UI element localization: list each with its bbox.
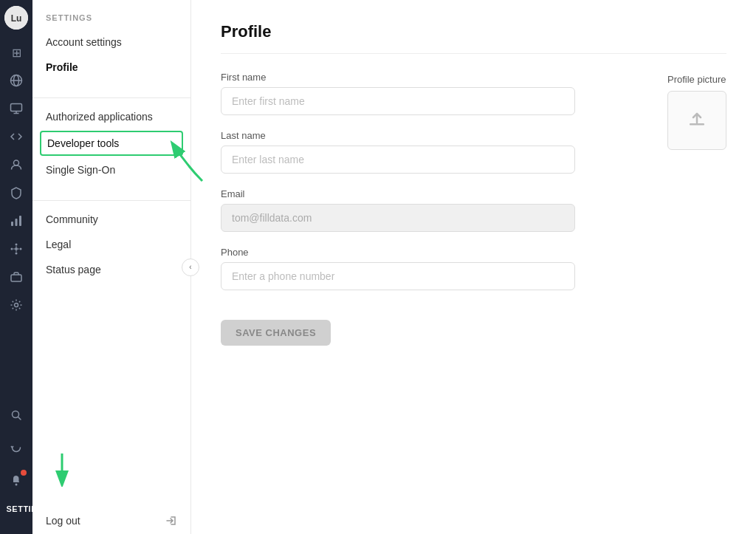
svg-point-25 — [16, 484, 18, 486]
phone-input[interactable] — [221, 262, 575, 290]
first-name-group: First name — [221, 72, 575, 115]
user-icon[interactable] — [4, 153, 28, 177]
search-icon[interactable] — [4, 403, 28, 427]
profile-picture-upload[interactable] — [667, 91, 726, 150]
sidebar-collapse-button[interactable]: ‹ — [182, 259, 199, 276]
first-name-input[interactable] — [221, 87, 575, 115]
refresh-icon[interactable] — [4, 436, 28, 459]
email-label: Email — [221, 188, 575, 199]
sidebar-item-status-page[interactable]: Status page — [32, 257, 190, 282]
developer-group: Authorized applications Developer tools … — [32, 104, 190, 194]
page-title: Profile — [221, 22, 726, 54]
sidebar-item-authorized-apps[interactable]: Authorized applications — [32, 104, 190, 129]
svg-point-8 — [14, 160, 19, 165]
svg-text:Lu: Lu — [11, 13, 22, 24]
sidebar-item-developer-tools[interactable]: Developer tools — [40, 131, 183, 156]
account-group: Account settings Profile — [32, 30, 190, 92]
gear-icon[interactable] — [4, 293, 28, 317]
svg-point-16 — [16, 253, 18, 255]
sidebar-item-account-settings[interactable]: Account settings — [32, 30, 190, 55]
svg-rect-11 — [19, 216, 21, 226]
app-avatar[interactable]: Lu — [4, 6, 28, 30]
svg-rect-9 — [11, 222, 13, 226]
profile-picture-section: Profile picture — [667, 74, 726, 150]
svg-rect-21 — [11, 275, 21, 281]
svg-line-24 — [18, 417, 21, 420]
globe-icon[interactable] — [4, 69, 28, 92]
phone-group: Phone — [221, 247, 575, 290]
settings-sidebar-title: SETTINGS — [32, 0, 190, 30]
profile-form: First name Last name Email Phone SAVE CH… — [221, 72, 575, 346]
last-name-label: Last name — [221, 130, 575, 141]
svg-rect-30 — [690, 123, 704, 126]
svg-rect-10 — [16, 219, 18, 226]
first-name-label: First name — [221, 72, 575, 83]
home-icon[interactable]: ⊞ — [4, 41, 28, 64]
svg-point-14 — [20, 248, 22, 250]
main-content: Profile First name Last name Email Phone… — [191, 0, 756, 534]
sidebar-item-community[interactable]: Community — [32, 207, 190, 232]
logout-button[interactable]: Log out — [32, 507, 190, 534]
svg-rect-5 — [11, 104, 22, 112]
community-group: Community Legal Status page — [32, 207, 190, 294]
sidebar-divider-2 — [32, 200, 190, 201]
code-icon[interactable] — [4, 125, 28, 148]
last-name-group: Last name — [221, 130, 575, 174]
logout-icon — [165, 515, 177, 527]
svg-point-13 — [11, 248, 13, 250]
phone-label: Phone — [221, 247, 575, 258]
chart-icon[interactable] — [4, 209, 28, 233]
save-changes-button[interactable]: SAVE CHANGES — [221, 320, 331, 346]
briefcase-icon[interactable] — [4, 265, 28, 289]
upload-icon — [687, 110, 707, 131]
bottom-arrow-annotation — [47, 450, 77, 490]
email-group: Email — [221, 188, 575, 232]
sidebar-item-legal[interactable]: Legal — [32, 232, 190, 257]
notification-icon[interactable] — [4, 468, 28, 492]
sidebar-item-single-sign-on[interactable]: Single Sign-On — [32, 157, 190, 182]
shield-icon[interactable] — [4, 181, 28, 205]
network-icon[interactable] — [4, 237, 28, 261]
monitor-icon[interactable] — [4, 97, 28, 120]
email-input — [221, 204, 575, 232]
settings-sidebar: SETTINGS Account settings Profile Author… — [32, 0, 191, 534]
notification-badge — [21, 470, 27, 476]
svg-point-15 — [16, 244, 18, 246]
last-name-input[interactable] — [221, 146, 575, 174]
sidebar-divider-1 — [32, 97, 190, 98]
svg-point-12 — [15, 247, 18, 250]
svg-point-22 — [15, 304, 18, 307]
profile-picture-label: Profile picture — [667, 74, 726, 85]
sidebar-item-profile[interactable]: Profile — [32, 55, 190, 80]
icon-sidebar: Lu ⊞ — [0, 0, 32, 534]
